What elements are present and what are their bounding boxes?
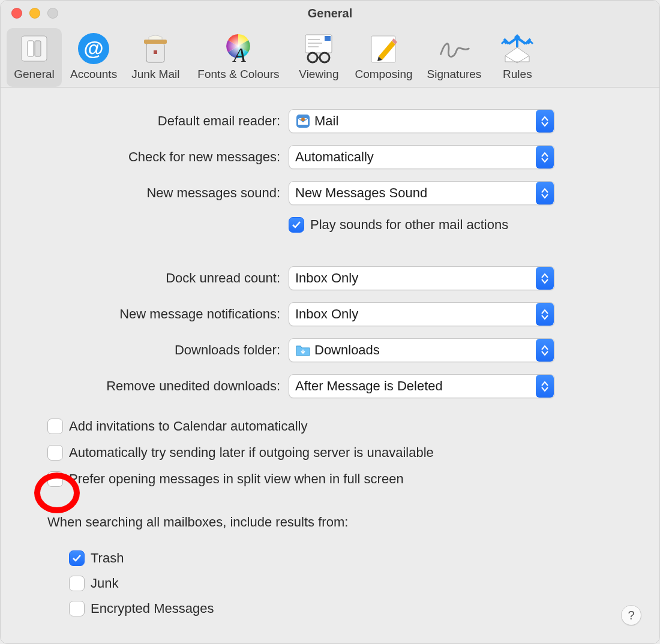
popup-value: After Message is Deleted: [295, 378, 535, 394]
svg-text:@: @: [84, 37, 104, 59]
chevron-up-down-icon: [536, 182, 554, 204]
window-title: General: [308, 7, 352, 20]
tab-label: Viewing: [299, 68, 338, 81]
checkbox-junk-row[interactable]: Junk: [69, 576, 659, 591]
tab-label: Rules: [503, 68, 532, 81]
svg-rect-6: [144, 40, 167, 44]
chevron-up-down-icon: [536, 110, 554, 133]
checkbox-auto-retry-row[interactable]: Automatically try sending later if outgo…: [47, 445, 659, 461]
window-controls: [11, 8, 58, 19]
preferences-window: General General @ Accounts: [0, 0, 660, 644]
help-icon: ?: [628, 609, 634, 622]
checkbox-play-sounds-row[interactable]: Play sounds for other mail actions: [289, 217, 565, 233]
checkbox-play-sounds[interactable]: [289, 217, 304, 233]
checkbox-label: Add invitations to Calendar automaticall…: [69, 419, 307, 434]
tab-label: Junk Mail: [131, 68, 179, 81]
popup-value: Automatically: [295, 149, 535, 165]
close-window-button[interactable]: [11, 8, 22, 19]
tab-accounts[interactable]: @ Accounts: [64, 28, 123, 87]
svg-rect-0: [22, 36, 47, 61]
label-check-messages: Check for new messages:: [1, 149, 289, 165]
tab-fonts-colours[interactable]: A Fonts & Colours: [188, 28, 289, 87]
popup-value: Inbox Only: [295, 270, 535, 286]
svg-text:A: A: [232, 44, 246, 65]
checkbox-encrypted-row[interactable]: Encrypted Messages: [69, 601, 659, 616]
tab-general[interactable]: General: [7, 28, 62, 87]
label-new-notif: New message notifications:: [1, 306, 289, 322]
popup-check-messages[interactable]: Automatically: [289, 145, 555, 169]
chevron-up-down-icon: [536, 375, 554, 398]
checkbox-label: Junk: [91, 576, 118, 591]
checkbox-label: Encrypted Messages: [91, 601, 214, 616]
checkbox-encrypted[interactable]: [69, 601, 85, 616]
tab-signatures[interactable]: Signatures: [421, 28, 488, 87]
checkbox-add-invitations[interactable]: [47, 419, 63, 434]
tab-label: General: [14, 68, 55, 81]
svg-rect-1: [28, 41, 34, 56]
label-default-reader: Default email reader:: [1, 113, 289, 129]
preferences-body: Default email reader: Mail Check: [1, 88, 659, 631]
popup-value: Inbox Only: [295, 306, 535, 322]
fonts-colours-icon: A: [221, 32, 255, 65]
svg-point-21: [301, 118, 305, 121]
popup-value: Mail: [314, 113, 535, 129]
tab-label: Fonts & Colours: [197, 68, 279, 81]
checkbox-label: Automatically try sending later if outgo…: [69, 445, 434, 461]
popup-new-notif[interactable]: Inbox Only: [289, 302, 555, 326]
checkbox-split-view-row[interactable]: Prefer opening messages in split view wh…: [47, 471, 659, 487]
general-icon: [17, 32, 51, 65]
tab-label: Composing: [355, 68, 412, 81]
checkbox-label: Trash: [91, 550, 124, 566]
popup-dock-unread[interactable]: Inbox Only: [289, 266, 555, 290]
chevron-up-down-icon: [536, 146, 554, 168]
at-sign-icon: @: [77, 32, 110, 65]
chevron-up-down-icon: [536, 267, 554, 290]
checkbox-label: Prefer opening messages in split view wh…: [69, 471, 404, 487]
rules-icon: [500, 32, 534, 65]
mail-app-icon: [295, 113, 311, 129]
viewing-icon: [302, 32, 335, 65]
label-remove-downloads: Remove unedited downloads:: [1, 378, 289, 394]
titlebar: General: [1, 1, 659, 26]
checkbox-auto-retry[interactable]: [47, 445, 63, 461]
folder-icon: [295, 342, 311, 358]
minimize-window-button[interactable]: [29, 8, 40, 19]
svg-rect-2: [35, 41, 41, 56]
trash-icon: [139, 32, 172, 65]
popup-value: New Messages Sound: [295, 185, 535, 201]
svg-point-16: [320, 53, 329, 62]
preferences-toolbar: General @ Accounts Junk Mail: [1, 26, 659, 88]
chevron-up-down-icon: [536, 303, 554, 326]
checkbox-label: Play sounds for other mail actions: [310, 217, 508, 233]
search-section-heading: When searching all mailboxes, include re…: [47, 514, 659, 530]
label-downloads: Downloads folder:: [1, 342, 289, 358]
tab-label: Accounts: [70, 68, 117, 81]
checkbox-add-invitations-row[interactable]: Add invitations to Calendar automaticall…: [47, 419, 659, 434]
checkbox-trash-row[interactable]: Trash: [69, 550, 659, 566]
popup-remove-downloads[interactable]: After Message is Deleted: [289, 374, 555, 398]
label-dock-unread: Dock unread count:: [1, 270, 289, 286]
svg-point-15: [308, 53, 317, 62]
tab-rules[interactable]: Rules: [490, 28, 545, 87]
popup-value: Downloads: [314, 342, 535, 358]
svg-rect-11: [325, 36, 331, 41]
tab-viewing[interactable]: Viewing: [291, 28, 346, 87]
chevron-up-down-icon: [536, 339, 554, 362]
label-new-sound: New messages sound:: [1, 185, 289, 201]
checkbox-junk[interactable]: [69, 576, 85, 591]
svg-rect-7: [154, 50, 157, 54]
composing-icon: [367, 32, 400, 65]
popup-downloads-folder[interactable]: Downloads: [289, 338, 555, 362]
checkbox-trash[interactable]: [69, 550, 85, 566]
tab-label: Signatures: [427, 68, 482, 81]
zoom-window-button[interactable]: [47, 8, 58, 19]
tab-junk-mail[interactable]: Junk Mail: [125, 28, 185, 87]
help-button[interactable]: ?: [621, 605, 641, 625]
popup-default-reader[interactable]: Mail: [289, 109, 555, 133]
popup-new-sound[interactable]: New Messages Sound: [289, 181, 555, 205]
tab-composing[interactable]: Composing: [349, 28, 418, 87]
checkbox-split-view[interactable]: [47, 471, 63, 487]
signatures-icon: [437, 32, 471, 65]
